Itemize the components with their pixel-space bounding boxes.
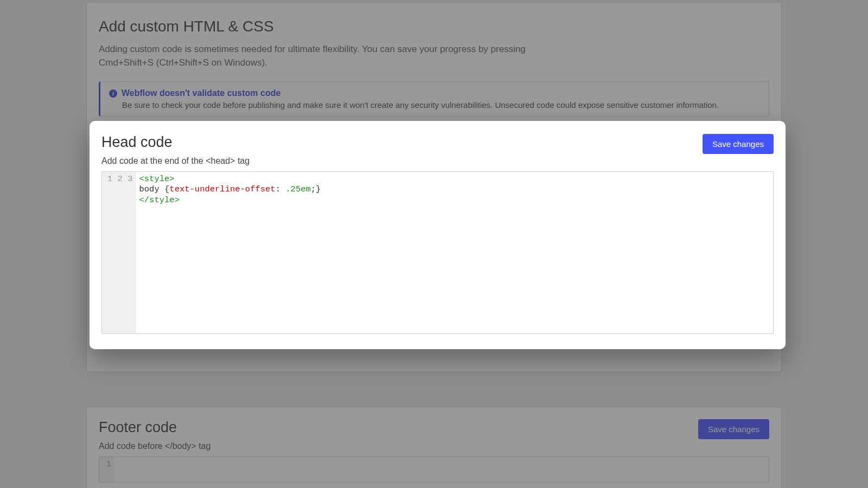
head-section-title: Head code	[101, 134, 250, 151]
head-code-modal: Head code Add code at the end of the <he…	[90, 121, 786, 349]
save-head-button[interactable]: Save changes	[703, 134, 774, 154]
head-code-editor[interactable]: 1 2 3 <style> body {text-underline-offse…	[101, 171, 774, 334]
head-section-subtitle: Add code at the end of the <head> tag	[101, 156, 250, 166]
